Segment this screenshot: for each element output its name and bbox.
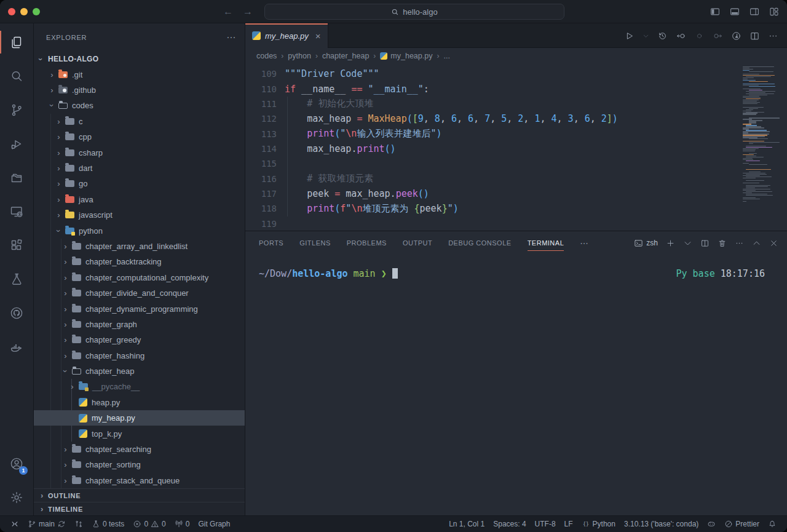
panel-tab-gitlens[interactable]: GITLENS [299,231,331,255]
tree-item-c[interactable]: ›c [34,114,245,129]
terminal[interactable]: ~/Dow/hello-algo main ❯ Py base 18:17:16 [245,255,787,515]
tree-item-top_k.py[interactable]: ›top_k.py [34,426,245,441]
code-line-119[interactable]: 119 [245,216,787,231]
toggle-secondary-sidebar-icon[interactable] [749,6,760,17]
previous-change-button[interactable] [676,31,686,41]
code-line-110[interactable]: 110if __name__ == "__main__": [245,81,787,96]
new-terminal-button[interactable] [666,239,675,248]
kill-terminal-button[interactable] [718,239,727,248]
tree-item-chapter_backtracking[interactable]: ›chapter_backtracking [34,254,245,269]
tree-item-__pycache__[interactable]: ›__pycache__ [34,379,245,394]
tree-item-dart[interactable]: ›dart [34,161,245,176]
code-line-109[interactable]: 109"""Driver Code""" [245,66,787,81]
status-eol[interactable]: LF [560,520,577,528]
tree-item-my_heap.py[interactable]: ›my_heap.py [34,410,245,426]
tree-item-.git[interactable]: ›.git [34,66,245,82]
status-git-graph-compare[interactable] [70,520,87,528]
status-cursor-position[interactable]: Ln 1, Col 1 [445,520,489,528]
tree-item-chapter_hashing[interactable]: ›chapter_hashing [34,347,245,363]
breadcrumb-item[interactable]: my_heap.py [380,52,432,60]
more-actions-button[interactable] [768,31,778,41]
minimize-window-button[interactable] [20,8,28,15]
breadcrumb-item[interactable]: codes [256,52,277,60]
tree-item-java[interactable]: ›java [34,192,245,207]
panel-tab-output[interactable]: OUTPUT [403,231,432,255]
tree-item-cpp[interactable]: ›cpp [34,129,245,145]
tree-item-codes[interactable]: ›codes [34,98,245,113]
command-center-search[interactable]: hello-algo [264,4,564,20]
run-button[interactable] [624,31,635,41]
code-line-111[interactable]: 111 # 初始化大顶堆 [245,97,787,111]
activity-item-search[interactable] [0,59,33,93]
status-tests[interactable]: 0 tests [87,520,129,528]
panel-tab-debug-console[interactable]: DEBUG CONSOLE [448,231,511,255]
code-line-118[interactable]: 118 print(f"\n堆顶元素为 {peek}") [245,201,787,216]
code-line-114[interactable]: 114 max_heap.print() [245,141,787,156]
activity-item-github[interactable] [0,296,33,330]
status-remote[interactable] [6,520,23,528]
tree-item-csharp[interactable]: ›csharp [34,145,245,160]
maximize-panel-button[interactable] [752,239,761,248]
customize-layout-icon[interactable] [769,6,780,17]
tree-item-chapter_heap[interactable]: ›chapter_heap [34,363,245,379]
tree-item-chapter_computational_complexity[interactable]: ›chapter_computational_complexity [34,270,245,285]
activity-item-account[interactable]: 1 [0,447,33,480]
gitlens-graph-button[interactable] [731,31,742,41]
close-tab-icon[interactable]: × [315,31,321,41]
breadcrumb-item[interactable]: ... [443,52,449,60]
status-formatter[interactable]: Prettier [720,520,764,528]
toggle-panel-icon[interactable] [729,6,740,17]
split-terminal-button[interactable] [700,239,710,248]
tree-item-chapter_greedy[interactable]: ›chapter_greedy [34,332,245,347]
breadcrumb-item[interactable]: chapter_heap [322,52,369,60]
tree-item-chapter_array_and_linkedlist[interactable]: ›chapter_array_and_linkedlist [34,239,245,254]
activity-item-settings[interactable] [0,480,33,514]
activity-item-testing[interactable] [0,262,33,296]
close-panel-button[interactable] [769,239,778,248]
activity-item-remote-explorer[interactable] [0,194,33,228]
activity-item-source-control[interactable] [0,93,33,127]
zoom-window-button[interactable] [33,8,40,15]
activity-item-extensions[interactable] [0,228,33,262]
activity-item-explorer[interactable] [0,25,33,59]
status-notifications[interactable] [764,520,781,528]
tree-item-chapter_sorting[interactable]: ›chapter_sorting [34,457,245,472]
status-ports[interactable]: 0 [170,520,194,528]
tab-my-heap-py[interactable]: my_heap.py × [245,23,328,48]
terminal-shell-item[interactable]: zsh [634,239,658,248]
current-change-button[interactable] [694,31,705,41]
terminal-picker-button[interactable] [683,239,692,248]
panel-tab-terminal[interactable]: TERMINAL [528,231,564,255]
next-change-button[interactable] [713,31,723,41]
activity-item-run-debug[interactable] [0,127,33,161]
status-problems[interactable]: 00 [129,520,170,528]
tree-item-heap.py[interactable]: ›heap.py [34,395,245,410]
code-line-116[interactable]: 116 # 获取堆顶元素 [245,171,787,186]
panel-tabs-more-button[interactable]: ⋯ [580,238,588,248]
code-line-117[interactable]: 117 peek = max_heap.peek() [245,186,787,201]
section-timeline[interactable]: ›TIMELINE [34,502,245,515]
breadcrumb-item[interactable]: python [288,52,311,60]
tree-item-chapter_graph[interactable]: ›chapter_graph [34,317,245,332]
tree-item-.github[interactable]: ›.github [34,82,245,98]
code-line-112[interactable]: 112 max_heap = MaxHeap([9, 8, 6, 6, 7, 5… [245,111,787,126]
status-copilot[interactable] [703,520,720,528]
tree-item-go[interactable]: ›go [34,176,245,191]
activity-item-docker[interactable] [0,330,33,363]
tree-item-python[interactable]: ›python [34,223,245,238]
status-interpreter[interactable]: 3.10.13 ('base': conda) [620,520,703,528]
tree-item-chapter_searching[interactable]: ›chapter_searching [34,442,245,457]
nav-forward-icon[interactable]: → [243,6,253,17]
status-git-graph[interactable]: Git Graph [194,520,234,528]
tree-item-javascript[interactable]: ›javascript [34,207,245,223]
tree-item-chapter_stack_and_queue[interactable]: ›chapter_stack_and_queue [34,473,245,488]
status-language[interactable]: {}Python [577,520,620,528]
code-line-113[interactable]: 113 print("\n输入列表并建堆后") [245,126,787,141]
nav-back-icon[interactable]: ← [223,6,233,17]
status-encoding[interactable]: UTF-8 [531,520,560,528]
explorer-more-button[interactable]: ⋯ [226,32,236,43]
toggle-primary-sidebar-icon[interactable] [710,6,721,17]
timeline-button[interactable] [657,31,668,41]
tree-root-hello-algo[interactable]: › HELLO-ALGO [34,52,245,67]
code-line-115[interactable]: 115 [245,156,787,171]
